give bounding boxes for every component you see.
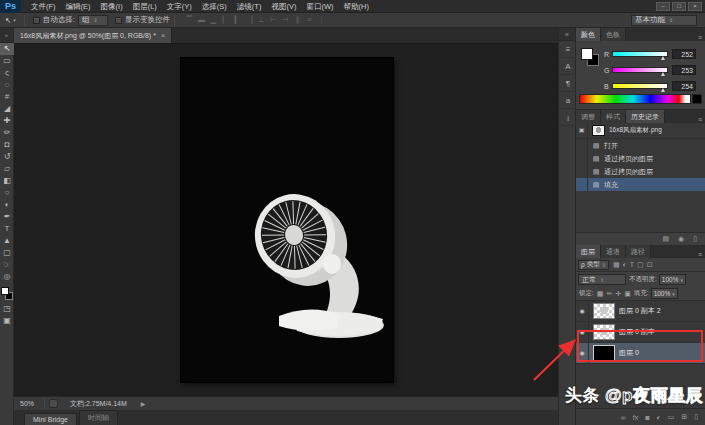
lock-image-pixels-icon[interactable]: ✏: [606, 290, 612, 297]
tool-blur[interactable]: ○: [0, 187, 14, 199]
align-icon[interactable]: ▬: [197, 16, 206, 24]
tool-clone-stamp[interactable]: ◘: [0, 139, 14, 151]
quick-mask-icon[interactable]: ◳: [0, 303, 14, 315]
tool-eraser[interactable]: ▱: [0, 163, 14, 175]
expand-panels-icon[interactable]: «: [559, 28, 575, 41]
foreground-color-swatch[interactable]: [1, 287, 9, 295]
align-icon[interactable]: ⊢: [269, 16, 278, 24]
align-icon[interactable]: ≡: [305, 16, 314, 24]
align-icon[interactable]: ▏: [221, 16, 230, 24]
menu-window[interactable]: 窗口(W): [301, 0, 338, 13]
layer-row-layer-0-copy-2[interactable]: ◉图层 0 副本 2: [576, 301, 705, 322]
auto-select-checkbox[interactable]: [33, 17, 40, 24]
tab-timeline[interactable]: 时间轴: [79, 410, 118, 425]
lock-all-icon[interactable]: ▣: [624, 290, 631, 297]
filter-kind-dropdown[interactable]: ρ 类型 ⇕: [578, 260, 609, 270]
tool-marquee[interactable]: ▭: [0, 55, 14, 67]
tool-hand[interactable]: ☞: [0, 259, 14, 271]
align-icon[interactable]: ▁: [209, 16, 218, 24]
tool-lasso[interactable]: ς: [0, 67, 14, 79]
channel-value[interactable]: 252: [672, 49, 696, 59]
menu-type[interactable]: 文字(Y): [162, 0, 197, 13]
layer-thumbnail[interactable]: [593, 303, 615, 319]
status-expand-icon[interactable]: ▶: [141, 400, 146, 407]
channel-slider[interactable]: [612, 51, 668, 57]
menu-file[interactable]: 文件(F): [26, 0, 61, 13]
align-icon[interactable]: ▎: [233, 16, 242, 24]
pasteboard[interactable]: [14, 44, 558, 396]
delete-state-icon[interactable]: ▯: [693, 235, 697, 243]
new-layer-icon[interactable]: ⊞: [681, 413, 687, 421]
history-source-well[interactable]: [576, 178, 588, 191]
maximize-button[interactable]: □: [672, 2, 686, 11]
tool-eyedropper[interactable]: ◢: [0, 103, 14, 115]
menu-select[interactable]: 选择(S): [197, 0, 232, 13]
tool-crop[interactable]: #: [0, 91, 14, 103]
current-tool-badge[interactable]: ↖ ▾: [0, 16, 20, 25]
fill-dropdown[interactable]: 100% ▾: [651, 288, 678, 299]
menu-edit[interactable]: 编辑(E): [61, 0, 96, 13]
adjustments-panel-icon[interactable]: ≡: [559, 41, 577, 58]
tool-path-selection[interactable]: ▲: [0, 235, 14, 247]
screen-mode-icon[interactable]: ▣: [0, 315, 14, 327]
minimize-button[interactable]: –: [656, 2, 670, 11]
paragraph-styles-panel-icon[interactable]: ¡: [559, 109, 577, 126]
new-doc-from-state-icon[interactable]: ▤: [662, 235, 669, 243]
tab-adjustments[interactable]: 调整: [576, 110, 601, 123]
workspace-switcher[interactable]: 基本功能 ⇕: [631, 15, 697, 26]
tab-layers[interactable]: 图层: [576, 245, 601, 258]
lock-position-icon[interactable]: ✛: [615, 290, 621, 297]
blend-mode-dropdown[interactable]: 正常 ⇕: [578, 274, 626, 285]
delete-layer-icon[interactable]: ▯: [694, 413, 698, 421]
tab-swatches[interactable]: 色板: [601, 28, 626, 41]
color-panel-menu-icon[interactable]: ≡: [698, 34, 705, 41]
lock-transparent-pixels-icon[interactable]: ▦: [597, 290, 604, 297]
history-item-layer-via-copy[interactable]: ▤通过拷贝的图层: [576, 152, 705, 165]
align-icon[interactable]: ⊣: [281, 16, 290, 24]
history-snapshot-row[interactable]: ▣ 16x8风扇素材.png: [576, 123, 705, 139]
tab-styles[interactable]: 样式: [601, 110, 626, 123]
align-icon[interactable]: ▔: [185, 16, 194, 24]
tool-type[interactable]: T: [0, 223, 14, 235]
black-swatch[interactable]: [692, 94, 702, 104]
channel-value[interactable]: 254: [672, 81, 696, 91]
add-layer-mask-icon[interactable]: ◙: [645, 414, 649, 421]
tab-channels[interactable]: 通道: [601, 245, 626, 258]
menu-filter[interactable]: 滤镜(T): [232, 0, 267, 13]
history-source-well[interactable]: [576, 165, 588, 178]
tab-history[interactable]: 历史记录: [626, 110, 665, 123]
filter-smart-objects-icon[interactable]: ⊡: [647, 261, 653, 269]
tab-color[interactable]: 颜色: [576, 28, 601, 41]
menu-layer[interactable]: 图层(L): [128, 0, 162, 13]
tab-paths[interactable]: 路径: [626, 245, 651, 258]
history-panel-menu-icon[interactable]: ≡: [698, 116, 705, 123]
tools-panel-grip[interactable]: »: [0, 28, 13, 43]
history-item-layer-via-copy-2[interactable]: ▤通过拷贝的图层: [576, 165, 705, 178]
link-layers-icon[interactable]: ∞: [621, 414, 626, 421]
tool-zoom[interactable]: ◎: [0, 271, 14, 283]
channel-slider[interactable]: [612, 83, 668, 89]
menu-image[interactable]: 图像(I): [96, 0, 128, 13]
foreground-color-swatch[interactable]: [581, 48, 593, 60]
tool-shape[interactable]: ▢: [0, 247, 14, 259]
tool-move[interactable]: ↖: [0, 43, 14, 55]
history-source-well[interactable]: [576, 139, 588, 152]
zoom-level[interactable]: 50%: [14, 400, 40, 407]
color-swatch-widget[interactable]: [0, 287, 14, 303]
character-panel-icon[interactable]: A: [559, 58, 577, 75]
close-icon[interactable]: ×: [161, 32, 165, 39]
align-icon[interactable]: ∥: [293, 16, 302, 24]
slider-marker-icon[interactable]: [661, 88, 665, 92]
menu-view[interactable]: 视图(V): [266, 0, 301, 13]
tool-history-brush[interactable]: ↺: [0, 151, 14, 163]
panel-color-swatches[interactable]: [581, 48, 601, 68]
show-transform-checkbox[interactable]: [115, 17, 122, 24]
tool-dodge[interactable]: ◐: [0, 199, 14, 211]
new-group-icon[interactable]: ▭: [668, 413, 675, 421]
paragraph-panel-icon[interactable]: ¶: [559, 75, 577, 92]
document-tab[interactable]: 16x8风扇素材.png @ 50%(图层 0, RGB/8) * ×: [14, 28, 172, 43]
canvas[interactable]: [181, 58, 393, 382]
opacity-dropdown[interactable]: 100% ▾: [659, 274, 686, 285]
filter-adjustment-layers-icon[interactable]: ◐: [623, 261, 627, 269]
tool-brush[interactable]: ✏: [0, 127, 14, 139]
